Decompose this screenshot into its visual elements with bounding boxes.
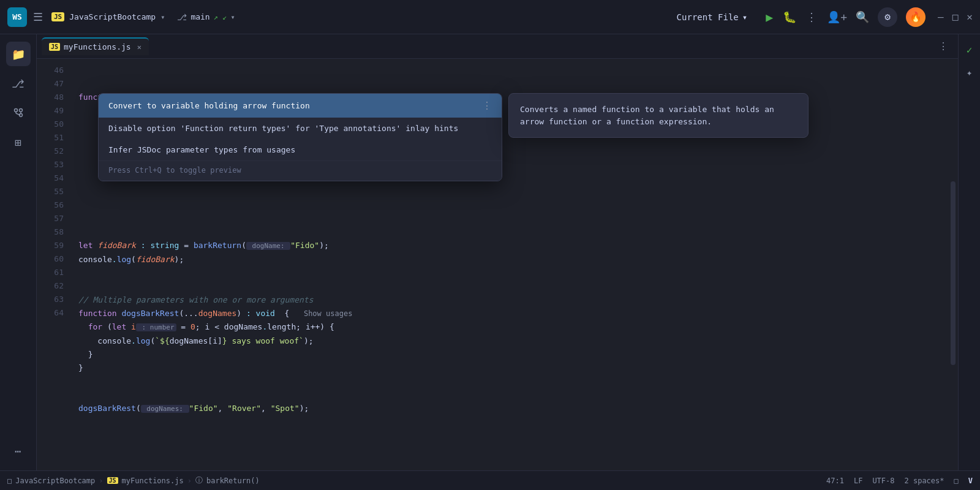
right-panel: ✓ ✦ bbox=[958, 34, 980, 470]
branch-section: ⎇ main ↗ ↙ ▾ bbox=[177, 12, 235, 22]
autocomplete-item-0[interactable]: Convert to variable holding arrow functi… bbox=[99, 94, 502, 118]
info-panel-text: Converts a named function to a variable … bbox=[520, 105, 774, 126]
menu-icon[interactable]: ☰ bbox=[33, 10, 43, 23]
autocomplete-item-label-1: Disable option 'Function return types' f… bbox=[108, 124, 458, 133]
status-bar: □ JavaScriptBootcamp › JS myFunctions.js… bbox=[0, 470, 980, 490]
autocomplete-item-label-2: Infer JSDoc parameter types from usages bbox=[108, 145, 295, 154]
breadcrumb-sep-2: › bbox=[187, 477, 192, 485]
autocomplete-dropdown[interactable]: Convert to variable holding arrow functi… bbox=[98, 93, 502, 181]
app-logo: WS bbox=[7, 7, 27, 27]
breadcrumb-info-icon: ⓘ bbox=[195, 475, 203, 486]
current-file-button[interactable]: Current File ▾ bbox=[671, 10, 754, 24]
tab-myfunctions[interactable]: JS myFunctions.js ✕ bbox=[42, 37, 149, 55]
branch-icon: ⎇ bbox=[177, 12, 187, 22]
settings-icon[interactable]: ⚙ bbox=[878, 7, 897, 27]
autocomplete-item-2[interactable]: Infer JSDoc parameter types from usages bbox=[99, 139, 502, 160]
main-layout: 📁 ⎇ ⊞ ⋯ JS myFunctions.js ✕ ⋮ bbox=[0, 34, 980, 470]
sidebar-vcs-icon[interactable]: ⎇ bbox=[6, 71, 31, 96]
autocomplete-item-more-0[interactable]: ⋮ bbox=[482, 100, 492, 111]
breadcrumb-file[interactable]: myFunctions.js bbox=[122, 477, 184, 485]
window-controls: — □ ✕ bbox=[938, 11, 973, 23]
titlebar-actions: ▶ 🐛 ⋮ bbox=[766, 10, 817, 24]
v-icon[interactable]: V bbox=[968, 477, 973, 485]
folder-icon: □ bbox=[7, 477, 12, 485]
tab-js-badge: JS bbox=[49, 43, 60, 51]
encoding-indicator[interactable]: UTF-8 bbox=[872, 477, 894, 485]
cursor-position[interactable]: 47:1 bbox=[826, 477, 844, 485]
tab-filename: myFunctions.js bbox=[64, 42, 131, 51]
left-sidebar: 📁 ⎇ ⊞ ⋯ bbox=[0, 34, 37, 470]
autocomplete-item-1[interactable]: Disable option 'Function return types' f… bbox=[99, 118, 502, 139]
code-view[interactable]: 46 47 48 49 50 51 52 53 54 55 56 57 58 5… bbox=[37, 59, 958, 470]
git-status-icon[interactable]: □ bbox=[954, 477, 959, 485]
indent-indicator[interactable]: 2 spaces* bbox=[905, 477, 944, 485]
branch-arrows: ↗ ↙ bbox=[214, 13, 227, 21]
project-section: JS JavaScriptBootcamp ▾ bbox=[51, 12, 165, 21]
autocomplete-item-label-0: Convert to variable holding arrow functi… bbox=[108, 101, 310, 110]
close-button[interactable]: ✕ bbox=[967, 11, 973, 23]
right-actions: 👤+ 🔍 ⚙ 🔥 bbox=[827, 7, 925, 27]
project-chevron[interactable]: ▾ bbox=[160, 13, 165, 21]
autocomplete-hint: Press Ctrl+Q to toggle preview bbox=[99, 160, 502, 181]
flame-icon[interactable]: 🔥 bbox=[906, 7, 925, 27]
branch-name: main bbox=[190, 12, 209, 21]
checkmark-icon[interactable]: ✓ bbox=[963, 40, 976, 59]
editor-scrollbar[interactable] bbox=[951, 181, 956, 365]
branch-chevron[interactable]: ▾ bbox=[230, 13, 235, 21]
project-name: JavaScriptBootcamp bbox=[69, 12, 156, 21]
ai-icon[interactable]: ✦ bbox=[963, 63, 976, 82]
svg-point-2 bbox=[19, 109, 22, 112]
minimize-button[interactable]: — bbox=[938, 11, 944, 23]
breadcrumb-project[interactable]: JavaScriptBootcamp bbox=[15, 477, 95, 485]
maximize-button[interactable]: □ bbox=[952, 11, 959, 23]
sidebar-git-icon[interactable] bbox=[6, 100, 31, 125]
sidebar-folder-icon[interactable]: 📁 bbox=[6, 42, 31, 66]
sidebar-more-icon[interactable]: ⋯ bbox=[6, 439, 31, 463]
breadcrumb: □ JavaScriptBootcamp › JS myFunctions.js… bbox=[7, 475, 260, 486]
breadcrumb-js-badge: JS bbox=[107, 477, 118, 484]
current-file-label: Current File bbox=[677, 12, 739, 22]
titlebar: WS ☰ JS JavaScriptBootcamp ▾ ⎇ main ↗ ↙ … bbox=[0, 0, 980, 34]
breadcrumb-sep-1: › bbox=[99, 477, 103, 485]
add-user-icon[interactable]: 👤+ bbox=[827, 10, 847, 23]
search-icon[interactable]: 🔍 bbox=[856, 10, 869, 23]
sidebar-plugins-icon[interactable]: ⊞ bbox=[6, 130, 31, 154]
line-numbers: 46 47 48 49 50 51 52 53 54 55 56 57 58 5… bbox=[37, 59, 74, 470]
current-file-chevron: ▾ bbox=[742, 12, 747, 22]
js-badge: JS bbox=[51, 12, 64, 21]
tabs-bar: JS myFunctions.js ✕ ⋮ bbox=[37, 34, 958, 59]
debug-icon[interactable]: 🐛 bbox=[783, 10, 796, 23]
eol-indicator[interactable]: LF bbox=[854, 477, 862, 485]
info-panel: Converts a named function to a variable … bbox=[508, 93, 809, 138]
editor-area: JS myFunctions.js ✕ ⋮ 46 47 48 49 50 51 … bbox=[37, 34, 958, 470]
tabs-more-button[interactable]: ⋮ bbox=[933, 38, 953, 55]
more-options-icon[interactable]: ⋮ bbox=[806, 10, 817, 23]
run-icon[interactable]: ▶ bbox=[766, 10, 773, 24]
svg-point-0 bbox=[14, 109, 17, 112]
status-right: 47:1 LF UTF-8 2 spaces* □ V bbox=[826, 477, 973, 485]
tab-close-button[interactable]: ✕ bbox=[137, 43, 141, 51]
breadcrumb-function[interactable]: barkReturn() bbox=[206, 477, 260, 485]
